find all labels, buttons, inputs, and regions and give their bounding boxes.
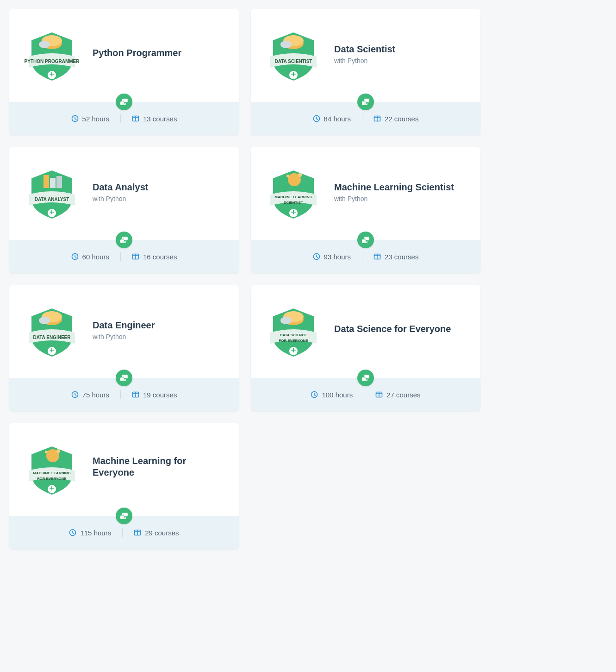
book-icon xyxy=(132,115,139,122)
book-icon xyxy=(134,529,141,536)
track-badge-icon: DATA SCIENTIST xyxy=(264,24,323,83)
track-title: Data Scientist xyxy=(334,44,467,55)
track-title: Data Analyst xyxy=(93,182,226,193)
book-icon xyxy=(373,115,381,122)
python-icon xyxy=(357,94,374,110)
courses-stat: 22 courses xyxy=(373,115,418,123)
track-card[interactable]: PYTHON PROGRAMMER Python Programmer 52 h… xyxy=(9,9,239,135)
title-block: Data Scientist with Python xyxy=(334,44,467,64)
track-title: Data Science for Everyone xyxy=(334,323,467,335)
card-footer: 93 hours 23 courses xyxy=(251,240,480,273)
python-icon xyxy=(116,508,132,524)
title-block: Data Engineer with Python xyxy=(93,320,226,340)
hours-value: 60 hours xyxy=(82,253,109,261)
hours-value: 75 hours xyxy=(82,391,109,399)
svg-text:MACHINE LEARNING: MACHINE LEARNING xyxy=(33,471,70,475)
hours-value: 84 hours xyxy=(324,115,351,123)
track-card[interactable]: DATA ENGINEER Data Engineer with Python … xyxy=(9,285,239,411)
track-card[interactable]: MACHINE LEARNINGFOR EVERYONE Machine Lea… xyxy=(9,423,239,549)
track-card[interactable]: DATA SCIENTIST Data Scientist with Pytho… xyxy=(251,9,480,135)
card-footer: 115 hours 29 courses xyxy=(9,516,239,549)
hours-value: 93 hours xyxy=(324,253,351,261)
track-card[interactable]: MACHINE LEARNINGSCIENTIST Machine Learni… xyxy=(251,147,480,273)
clock-icon xyxy=(311,391,318,398)
book-icon xyxy=(375,391,383,398)
track-card[interactable]: DATA SCIENCEFOR EVERYONE Data Science fo… xyxy=(251,285,480,411)
track-subtitle: with Python xyxy=(334,57,467,64)
book-icon xyxy=(373,253,381,260)
card-body: MACHINE LEARNINGFOR EVERYONE Machine Lea… xyxy=(9,423,239,516)
stat-divider xyxy=(120,114,121,123)
clock-icon xyxy=(71,115,79,122)
svg-text:FOR EVERYONE: FOR EVERYONE xyxy=(37,477,67,481)
courses-value: 29 courses xyxy=(145,529,179,537)
courses-stat: 29 courses xyxy=(134,529,179,537)
courses-stat: 13 courses xyxy=(132,115,177,123)
hours-value: 100 hours xyxy=(322,391,353,399)
book-icon xyxy=(132,391,139,398)
title-block: Python Programmer xyxy=(93,47,226,61)
courses-value: 22 courses xyxy=(385,115,418,123)
courses-value: 13 courses xyxy=(143,115,177,123)
title-block: Machine Learning Scientist with Python xyxy=(334,182,467,202)
python-icon xyxy=(116,370,132,386)
courses-stat: 19 courses xyxy=(132,391,177,399)
stat-divider xyxy=(364,390,364,399)
courses-value: 19 courses xyxy=(143,391,177,399)
hours-stat: 100 hours xyxy=(311,391,353,399)
track-subtitle: with Python xyxy=(93,333,226,340)
svg-text:DATA SCIENTIST: DATA SCIENTIST xyxy=(275,59,312,64)
python-icon xyxy=(116,232,132,248)
svg-text:MACHINE LEARNING: MACHINE LEARNING xyxy=(274,195,312,199)
track-badge-icon: MACHINE LEARNINGSCIENTIST xyxy=(264,162,323,221)
stat-divider xyxy=(362,252,362,261)
hours-stat: 75 hours xyxy=(71,391,109,399)
courses-value: 27 courses xyxy=(386,391,420,399)
courses-stat: 16 courses xyxy=(132,253,177,261)
card-body: DATA SCIENTIST Data Scientist with Pytho… xyxy=(251,9,480,102)
courses-value: 16 courses xyxy=(143,253,177,261)
svg-text:DATA ANALYST: DATA ANALYST xyxy=(35,197,69,202)
stat-divider xyxy=(120,252,121,261)
python-icon xyxy=(357,370,374,386)
hours-stat: 52 hours xyxy=(71,115,109,123)
track-grid: PYTHON PROGRAMMER Python Programmer 52 h… xyxy=(9,9,607,549)
hours-stat: 84 hours xyxy=(313,115,351,123)
stat-divider xyxy=(120,390,121,399)
title-block: Machine Learning for Everyone xyxy=(93,455,226,480)
track-title: Python Programmer xyxy=(93,47,226,59)
python-icon xyxy=(116,94,132,110)
track-badge-icon: MACHINE LEARNINGFOR EVERYONE xyxy=(22,438,81,497)
stat-divider xyxy=(122,528,123,537)
card-body: DATA SCIENCEFOR EVERYONE Data Science fo… xyxy=(251,285,480,378)
card-body: MACHINE LEARNINGSCIENTIST Machine Learni… xyxy=(251,147,480,240)
card-body: DATA ANALYST Data Analyst with Python xyxy=(9,147,239,240)
courses-stat: 23 courses xyxy=(373,253,418,261)
svg-text:FOR EVERYONE: FOR EVERYONE xyxy=(279,339,308,343)
track-title: Data Engineer xyxy=(93,320,226,331)
book-icon xyxy=(132,253,139,260)
track-badge-icon: PYTHON PROGRAMMER xyxy=(22,24,81,83)
track-badge-icon: DATA SCIENCEFOR EVERYONE xyxy=(264,300,323,359)
track-subtitle: with Python xyxy=(93,195,226,202)
track-badge-icon: DATA ENGINEER xyxy=(22,300,81,359)
python-icon xyxy=(357,232,374,248)
clock-icon xyxy=(71,253,79,260)
svg-text:SCIENTIST: SCIENTIST xyxy=(284,201,303,205)
track-card[interactable]: DATA ANALYST Data Analyst with Python 60… xyxy=(9,147,239,273)
card-footer: 60 hours 16 courses xyxy=(9,240,239,273)
track-subtitle: with Python xyxy=(334,195,467,202)
svg-text:PYTHON PROGRAMMER: PYTHON PROGRAMMER xyxy=(25,59,80,64)
hours-value: 52 hours xyxy=(82,115,109,123)
card-body: PYTHON PROGRAMMER Python Programmer xyxy=(9,9,239,102)
hours-stat: 93 hours xyxy=(313,253,351,261)
clock-icon xyxy=(71,391,79,398)
clock-icon xyxy=(313,115,320,122)
hours-value: 115 hours xyxy=(80,529,111,537)
hours-stat: 60 hours xyxy=(71,253,109,261)
hours-stat: 115 hours xyxy=(69,529,111,537)
track-title: Machine Learning for Everyone xyxy=(93,455,226,478)
card-footer: 75 hours 19 courses xyxy=(9,378,239,411)
card-footer: 100 hours 27 courses xyxy=(251,378,480,411)
track-badge-icon: DATA ANALYST xyxy=(22,162,81,221)
